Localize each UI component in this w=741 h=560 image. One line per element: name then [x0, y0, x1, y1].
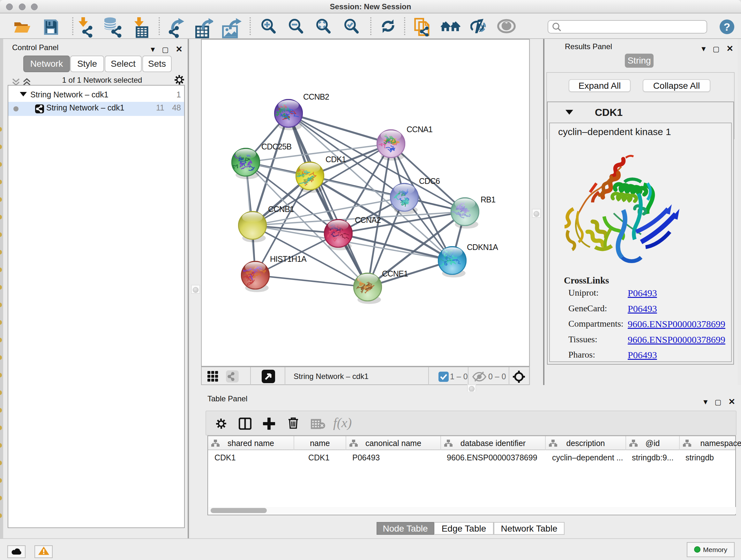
svg-text:CCNA2: CCNA2 — [355, 215, 381, 225]
svg-text:CCNE1: CCNE1 — [382, 269, 408, 278]
svg-text:CDK1: CDK1 — [326, 155, 346, 164]
svg-text:CCNA1: CCNA1 — [407, 125, 432, 134]
svg-text:CDC25B: CDC25B — [261, 142, 291, 151]
svg-text:CCNB2: CCNB2 — [303, 92, 329, 101]
svg-text:RB1: RB1 — [481, 195, 495, 204]
svg-text:CCNB1: CCNB1 — [268, 205, 294, 213]
svg-text:CDC6: CDC6 — [419, 177, 440, 186]
svg-text:?: ? — [724, 21, 731, 33]
svg-text:HIST1H1A: HIST1H1A — [270, 254, 307, 263]
svg-text:CDKN1A: CDKN1A — [467, 243, 498, 252]
